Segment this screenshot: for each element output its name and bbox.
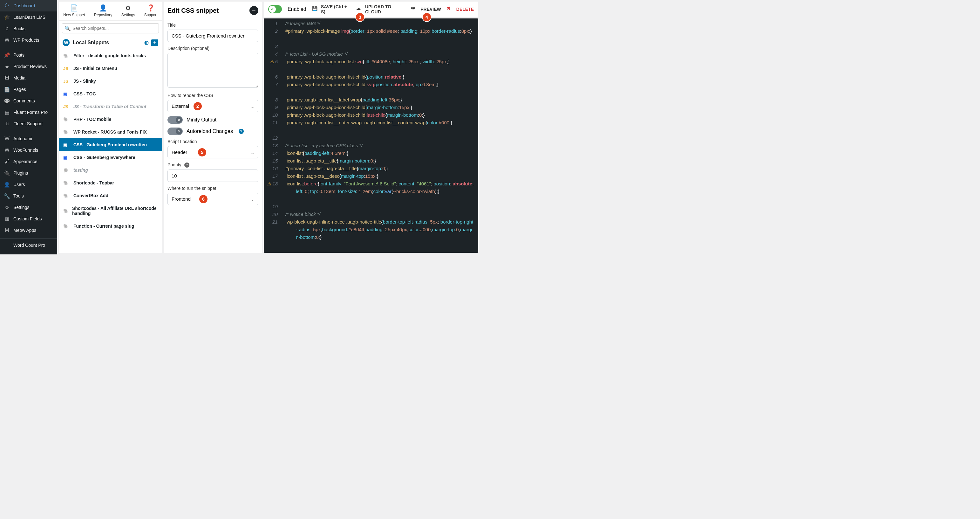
save-button[interactable]: 💾SAVE (Ctrl + S) xyxy=(312,4,350,14)
support-button[interactable]: ❓Support xyxy=(144,4,158,17)
save-icon: 💾 xyxy=(312,6,318,13)
annotation-badge-5: 5 xyxy=(198,148,206,156)
snippet-label: testing xyxy=(73,168,88,172)
wp-menu-item[interactable]: Word Count Pro xyxy=(0,240,57,251)
menu-label: Comments xyxy=(13,98,35,103)
snippet-item[interactable]: 🐘testing xyxy=(59,164,162,177)
snippet-item[interactable]: 🐘Function - Current page slug xyxy=(59,220,162,233)
add-folder-icon[interactable]: ＋ xyxy=(151,40,158,46)
menu-label: Fluent Support xyxy=(13,121,43,126)
eye-icon: 👁 xyxy=(411,6,418,13)
repository-button[interactable]: 👤Repository xyxy=(94,4,112,17)
menu-label: WP Products xyxy=(13,38,39,43)
code-content[interactable]: /* Images IMG */#primary .wp-block-image… xyxy=(282,18,478,242)
chevron-down-icon: ⌄ xyxy=(247,196,255,202)
cloud-upload-icon: ☁ xyxy=(356,6,363,13)
priority-input[interactable] xyxy=(167,169,258,182)
snippet-item[interactable]: 🐘Shortcodes - All Affiliate URL shortcod… xyxy=(59,202,162,220)
enabled-toggle[interactable] xyxy=(268,5,282,13)
chevron-down-icon: ⌄ xyxy=(247,103,255,109)
local-snippets-label: Local Snippets xyxy=(73,40,109,45)
wp-menu-item[interactable]: bBricks xyxy=(0,23,57,34)
title-input[interactable] xyxy=(167,30,258,42)
description-input[interactable] xyxy=(167,53,258,88)
wp-menu-item[interactable]: 🔧Tools xyxy=(0,190,57,201)
wp-menu-item[interactable]: 🔌Plugins xyxy=(0,167,57,179)
wp-menu-item[interactable]: ⏱Dashboard xyxy=(0,0,57,11)
priority-label: Priority ? xyxy=(167,162,258,168)
wp-menu-item[interactable]: ⚙Settings xyxy=(0,201,57,213)
wp-menu-item[interactable]: WWooFunnels xyxy=(0,144,57,156)
snippet-item[interactable]: 🐘PHP - TOC mobile xyxy=(59,113,162,126)
search-input[interactable] xyxy=(62,23,159,34)
autoreload-toggle[interactable] xyxy=(167,128,183,135)
wp-menu-item[interactable]: 🖌Appearance xyxy=(0,156,57,167)
preview-button[interactable]: 👁PREVIEW xyxy=(411,6,441,13)
menu-label: Tools xyxy=(13,193,24,198)
wp-menu-item[interactable]: WWP Products xyxy=(0,34,57,46)
menu-icon: 🎓 xyxy=(4,14,10,20)
wp-menu-item[interactable]: 💬Comments xyxy=(0,95,57,107)
code-editor[interactable]: 1234⚠567891011121314151617⚠18192021 /* I… xyxy=(264,18,478,253)
snippet-item[interactable]: ▣CSS - Gutenberg Everywhere xyxy=(59,151,162,164)
wp-menu-item[interactable]: 📌Posts xyxy=(0,49,57,61)
gear-icon: ⚙ xyxy=(121,4,135,12)
where-select[interactable]: Frontend xyxy=(167,193,258,205)
help-icon[interactable]: ? xyxy=(239,129,244,134)
wp-menu-item[interactable]: ▦Custom Fields xyxy=(0,213,57,225)
snippet-item[interactable]: 🐘Shortcode - Topbar xyxy=(59,177,162,189)
render-select[interactable]: External xyxy=(167,100,258,112)
wp-menu-item[interactable]: ★Product Reviews xyxy=(0,61,57,72)
wp-menu-item[interactable]: 👤Users xyxy=(0,179,57,190)
chevron-down-icon: ⌄ xyxy=(247,150,255,155)
delete-button[interactable]: ✖DELETE xyxy=(447,6,474,13)
snippet-item[interactable]: JSJS - Transform to Table of Content xyxy=(59,100,162,113)
enabled-label: Enabled xyxy=(288,6,306,12)
snippet-item[interactable]: JSJS - Initialize Mmenu xyxy=(59,62,162,75)
edit-heading: Edit CSS snippet xyxy=(167,7,219,14)
menu-label: Settings xyxy=(13,205,30,210)
wp-menu-item[interactable]: WAutonami xyxy=(0,133,57,144)
menu-label: Word Count Pro xyxy=(13,243,45,248)
menu-icon xyxy=(4,242,10,248)
wp-menu-item[interactable]: 🎓LearnDash LMS xyxy=(0,11,57,23)
wp-menu-item[interactable]: ≋Fluent Support xyxy=(0,118,57,129)
menu-icon: b xyxy=(4,26,10,32)
wp-admin-sidebar: ⏱Dashboard🎓LearnDash LMSbBricksWWP Produ… xyxy=(0,0,57,254)
snippet-label: PHP - TOC mobile xyxy=(73,117,111,122)
wordpress-icon: W xyxy=(63,39,70,46)
toggle-view-icon[interactable]: ◐ xyxy=(144,40,149,46)
wp-menu-item[interactable]: 📄Pages xyxy=(0,84,57,95)
minify-toggle[interactable] xyxy=(167,116,183,124)
file-icon: 📄 xyxy=(63,4,85,12)
menu-icon: 🖌 xyxy=(4,158,10,165)
snippet-item[interactable]: ▣CSS - TOC xyxy=(59,88,162,100)
wp-menu-item[interactable]: ▤Fluent Forms Pro xyxy=(0,107,57,118)
snippet-item[interactable]: ▣CSS - Guteberg Frontend rewritten xyxy=(59,138,162,151)
snippet-list: 🐘Filter - disable google fonts bricksJSJ… xyxy=(59,49,162,253)
back-button[interactable]: ← xyxy=(250,6,258,15)
editor-column: Enabled 💾SAVE (Ctrl + S) ☁UPLOAD TO CLOU… xyxy=(264,2,478,253)
new-snippet-button[interactable]: 📄New Snippet xyxy=(63,4,85,17)
menu-label: Plugins xyxy=(13,171,28,176)
settings-button[interactable]: ⚙Settings xyxy=(121,4,135,17)
location-select[interactable]: Header xyxy=(167,146,258,158)
snippet-item[interactable]: 🐘WP Rocket - RUCSS and Fonts FIX xyxy=(59,126,162,138)
menu-icon: 📌 xyxy=(4,52,10,58)
snippet-list-panel: 📄New Snippet 👤Repository ⚙Settings ❓Supp… xyxy=(59,2,162,253)
help-icon[interactable]: ? xyxy=(184,163,189,168)
autoreload-label: Autoreload Changes xyxy=(186,128,233,134)
wp-menu-item[interactable]: 🖼Media xyxy=(0,72,57,84)
menu-label: Bricks xyxy=(13,26,25,31)
snippet-item[interactable]: 🐘Filter - disable google fonts bricks xyxy=(59,49,162,62)
snippet-item[interactable]: 🐘ConvertBox Add xyxy=(59,189,162,202)
menu-icon: 📄 xyxy=(4,86,10,93)
repo-icon: 👤 xyxy=(94,4,112,12)
line-gutter: 1234⚠567891011121314151617⚠18192021 xyxy=(264,18,282,242)
render-label: How to render the CSS xyxy=(167,93,258,98)
snippet-item[interactable]: JSJS - Slinky xyxy=(59,75,162,88)
snippet-label: JS - Transform to Table of Content xyxy=(73,104,146,109)
snippet-label: WP Rocket - RUCSS and Fonts FIX xyxy=(73,129,147,134)
upload-button[interactable]: ☁UPLOAD TO CLOUD xyxy=(356,4,406,14)
wp-menu-item[interactable]: MMeow Apps xyxy=(0,225,57,236)
